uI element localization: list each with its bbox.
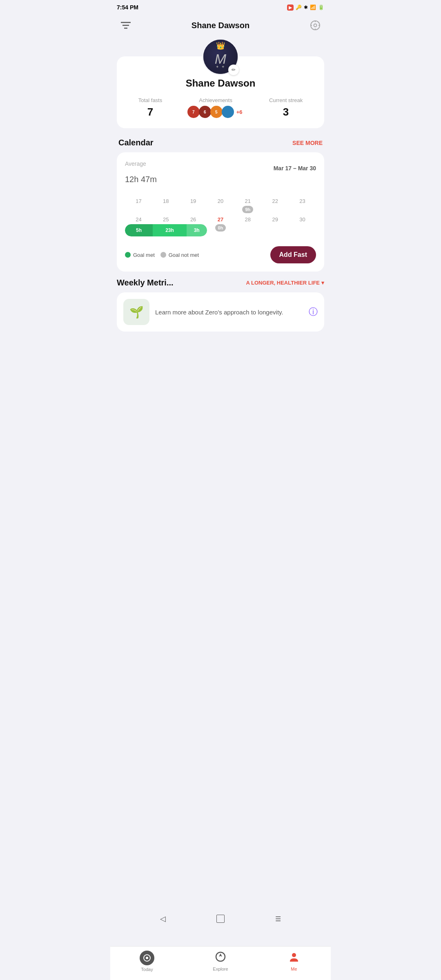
cal-day-30: 30 (289, 216, 316, 223)
profile-name: Shane Dawson (125, 78, 316, 89)
svg-point-4 (314, 24, 316, 27)
badge-3: 5 (210, 106, 223, 118)
total-fasts-stat: Total fasts 7 (138, 97, 163, 118)
legend-items: Goal met Goal not met (125, 252, 199, 258)
key-icon: 🔑 (296, 4, 302, 10)
calendar-week2-bars: 5h 23h 3h 0h (125, 224, 316, 236)
signal-icon: 📶 (310, 4, 316, 10)
cal-empty-30 (289, 224, 316, 236)
legend-goal-not-met: Goal not met (160, 252, 199, 258)
bluetooth-icon: ✱ (304, 4, 308, 10)
chevron-down-icon: ▾ (321, 280, 324, 286)
current-streak-label: Current streak (269, 97, 303, 103)
bar-seg-2: 23h (153, 224, 187, 236)
see-more-button[interactable]: SEE MORE (292, 140, 323, 146)
cal-day-27: 27 (207, 216, 234, 223)
cal-bubble-27: 0h (215, 224, 226, 232)
cal-day-23: 23 (289, 198, 316, 213)
status-time: 7:54 PM (117, 4, 138, 11)
date-range: Mar 17 – Mar 30 (274, 165, 316, 172)
badge-more: +6 (236, 109, 243, 115)
add-fast-button[interactable]: Add Fast (270, 246, 316, 263)
bar-seg-1: 5h (125, 224, 153, 236)
status-icons: ▶ 🔑 ✱ 📶 🔋 (287, 4, 324, 11)
cal-day-21: 21 9h (234, 198, 261, 213)
calendar-week2-days: 24 25 26 27 28 29 30 (125, 216, 316, 223)
weekly-metrics-header: Weekly Metri... A LONGER, HEALTHIER LIFE… (117, 278, 324, 287)
m-label: m (150, 175, 157, 184)
legend-goal-met: Goal met (125, 252, 155, 258)
multi-bar: 5h 23h 3h (125, 224, 207, 236)
goal-not-met-label: Goal not met (169, 252, 199, 258)
battery-icon: 🔋 (318, 4, 324, 10)
legend-row: Goal met Goal not met Add Fast (125, 246, 316, 263)
svg-point-3 (311, 21, 320, 30)
weekly-metrics-subtitle[interactable]: A LONGER, HEALTHIER LIFE ▾ (246, 280, 324, 286)
avg-hours: 12 (125, 175, 134, 184)
cal-day-27-bubble: 0h (207, 224, 234, 236)
cal-bubble-21: 9h (242, 206, 253, 213)
avg-minutes: 47 (141, 175, 150, 184)
cal-day-20: 20 (207, 198, 234, 213)
badge-2: 6 (199, 106, 211, 118)
weekly-icon: 🌱 (123, 299, 149, 325)
cal-day-28: 28 (234, 216, 261, 223)
goal-not-met-dot (160, 252, 166, 258)
achievements-label: Achievements (199, 97, 232, 103)
page-title: Shane Dawson (192, 21, 249, 30)
cal-empty-29 (261, 224, 289, 236)
goal-met-label: Goal met (133, 252, 155, 258)
current-streak-stat: Current streak 3 (269, 97, 303, 118)
edit-avatar-button[interactable]: ✏ (228, 65, 239, 75)
calendar-header: Calendar SEE MORE (110, 135, 331, 152)
cal-day-26: 26 (180, 216, 207, 223)
calendar-card: Average 12h 47m Mar 17 – Mar 30 17 18 19… (117, 152, 324, 272)
top-nav: Shane Dawson (110, 15, 331, 36)
current-streak-value: 3 (283, 106, 289, 118)
cal-day-24: 24 (125, 216, 152, 223)
average-time: 12h 47m (125, 169, 157, 186)
total-fasts-label: Total fasts (138, 97, 163, 103)
filter-button[interactable] (118, 18, 133, 33)
total-fasts-value: 7 (147, 106, 153, 118)
weekly-metrics-card: 🌱 Learn more about Zero's approach to lo… (117, 292, 324, 332)
stats-row: Total fasts 7 Achievements 7 6 5 +6 Curr… (125, 97, 316, 118)
cal-day-22: 22 (261, 198, 289, 213)
calendar-week1: 17 18 19 20 21 9h 22 23 (125, 198, 316, 213)
weekly-metrics-section: Weekly Metri... A LONGER, HEALTHIER LIFE… (117, 278, 324, 332)
cal-day-19: 19 (180, 198, 207, 213)
cal-day-17: 17 (125, 198, 152, 213)
achievements-stat: Achievements 7 6 5 +6 (189, 97, 243, 118)
calendar-title: Calendar (118, 138, 154, 147)
weekly-metrics-title: Weekly Metri... (117, 278, 174, 287)
bar-seg-3: 3h (187, 224, 207, 236)
bottom-spacer (110, 338, 331, 379)
achievements-badges: 7 6 5 +6 (189, 106, 243, 118)
cal-empty-28 (234, 224, 261, 236)
h-label: h (134, 175, 141, 184)
profile-section: 👑 M ✦ ✦ ✏ Shane Dawson Total fasts 7 Ach… (110, 56, 331, 128)
cal-day-29: 29 (261, 216, 289, 223)
badge-4 (222, 106, 234, 118)
avatar-wrapper: 👑 M ✦ ✦ ✏ (202, 38, 239, 75)
cal-day-18: 18 (152, 198, 180, 213)
cal-day-25: 25 (152, 216, 180, 223)
average-label: Average (125, 160, 157, 167)
goal-met-dot (125, 252, 131, 258)
info-icon[interactable]: ⓘ (309, 306, 318, 318)
settings-button[interactable] (308, 18, 323, 33)
video-icon: ▶ (287, 4, 294, 11)
status-bar: 7:54 PM ▶ 🔑 ✱ 📶 🔋 (110, 0, 331, 15)
badge-1: 7 (187, 106, 200, 118)
weekly-card-text: Learn more about Zero's approach to long… (155, 308, 303, 316)
